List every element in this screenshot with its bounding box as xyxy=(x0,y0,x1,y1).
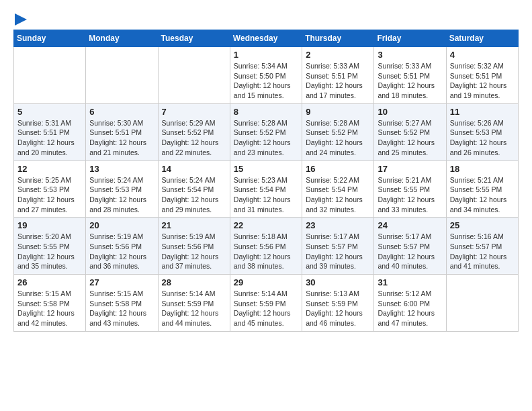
day-number: 17 xyxy=(378,164,442,174)
day-number: 19 xyxy=(17,220,82,230)
day-info: Sunrise: 5:26 AM Sunset: 5:53 PM Dayligh… xyxy=(450,118,515,158)
day-number: 2 xyxy=(306,50,370,60)
svg-marker-0 xyxy=(15,13,27,26)
calendar-cell: 10Sunrise: 5:27 AM Sunset: 5:52 PM Dayli… xyxy=(374,103,446,161)
day-number: 26 xyxy=(17,277,82,287)
calendar-cell xyxy=(86,47,158,104)
day-info: Sunrise: 5:30 AM Sunset: 5:51 PM Dayligh… xyxy=(89,118,154,158)
calendar-cell: 22Sunrise: 5:18 AM Sunset: 5:56 PM Dayli… xyxy=(230,218,302,275)
calendar-cell: 27Sunrise: 5:15 AM Sunset: 5:58 PM Dayli… xyxy=(86,275,158,332)
calendar-cell: 17Sunrise: 5:21 AM Sunset: 5:55 PM Dayli… xyxy=(374,161,446,218)
day-number: 31 xyxy=(378,277,442,287)
day-info: Sunrise: 5:27 AM Sunset: 5:52 PM Dayligh… xyxy=(378,118,442,158)
day-number: 24 xyxy=(378,220,442,230)
day-number: 5 xyxy=(17,107,82,117)
day-info: Sunrise: 5:32 AM Sunset: 5:51 PM Dayligh… xyxy=(450,61,515,101)
day-info: Sunrise: 5:14 AM Sunset: 5:59 PM Dayligh… xyxy=(162,289,226,328)
day-info: Sunrise: 5:12 AM Sunset: 6:00 PM Dayligh… xyxy=(378,289,442,328)
calendar-cell: 14Sunrise: 5:24 AM Sunset: 5:54 PM Dayli… xyxy=(158,161,230,218)
calendar-cell: 13Sunrise: 5:24 AM Sunset: 5:53 PM Dayli… xyxy=(86,161,158,218)
day-number: 10 xyxy=(378,107,442,117)
calendar-cell: 1Sunrise: 5:34 AM Sunset: 5:50 PM Daylig… xyxy=(230,47,302,104)
calendar-cell: 30Sunrise: 5:13 AM Sunset: 5:59 PM Dayli… xyxy=(302,275,374,332)
calendar-cell: 18Sunrise: 5:21 AM Sunset: 5:55 PM Dayli… xyxy=(446,161,518,218)
weekday-header: Monday xyxy=(86,30,158,47)
weekday-header: Tuesday xyxy=(158,30,230,47)
day-info: Sunrise: 5:29 AM Sunset: 5:52 PM Dayligh… xyxy=(162,118,226,158)
day-info: Sunrise: 5:14 AM Sunset: 5:59 PM Dayligh… xyxy=(234,289,298,328)
calendar-cell: 31Sunrise: 5:12 AM Sunset: 6:00 PM Dayli… xyxy=(374,275,446,332)
calendar-cell: 8Sunrise: 5:28 AM Sunset: 5:52 PM Daylig… xyxy=(230,103,302,161)
day-info: Sunrise: 5:34 AM Sunset: 5:50 PM Dayligh… xyxy=(234,61,298,101)
day-number: 27 xyxy=(89,277,154,287)
calendar-week-row: 5Sunrise: 5:31 AM Sunset: 5:51 PM Daylig… xyxy=(14,103,519,161)
day-info: Sunrise: 5:17 AM Sunset: 5:57 PM Dayligh… xyxy=(378,232,442,271)
calendar-cell: 11Sunrise: 5:26 AM Sunset: 5:53 PM Dayli… xyxy=(446,103,518,161)
day-number: 29 xyxy=(234,277,298,287)
day-number: 25 xyxy=(450,220,515,230)
calendar-cell: 28Sunrise: 5:14 AM Sunset: 5:59 PM Dayli… xyxy=(158,275,230,332)
day-number: 14 xyxy=(162,164,226,174)
day-info: Sunrise: 5:21 AM Sunset: 5:55 PM Dayligh… xyxy=(378,175,442,215)
day-info: Sunrise: 5:13 AM Sunset: 5:59 PM Dayligh… xyxy=(306,289,370,328)
calendar-week-row: 12Sunrise: 5:25 AM Sunset: 5:53 PM Dayli… xyxy=(14,161,519,218)
day-number: 15 xyxy=(234,164,298,174)
day-number: 13 xyxy=(89,164,154,174)
calendar-cell: 26Sunrise: 5:15 AM Sunset: 5:58 PM Dayli… xyxy=(14,275,86,332)
weekday-header: Thursday xyxy=(302,30,374,47)
calendar-cell: 20Sunrise: 5:19 AM Sunset: 5:56 PM Dayli… xyxy=(86,218,158,275)
day-info: Sunrise: 5:21 AM Sunset: 5:55 PM Dayligh… xyxy=(450,175,515,215)
day-number: 8 xyxy=(234,107,298,117)
day-info: Sunrise: 5:25 AM Sunset: 5:53 PM Dayligh… xyxy=(17,175,82,215)
calendar-table: SundayMondayTuesdayWednesdayThursdayFrid… xyxy=(13,30,519,332)
day-number: 6 xyxy=(89,107,154,117)
logo xyxy=(13,13,27,23)
day-info: Sunrise: 5:28 AM Sunset: 5:52 PM Dayligh… xyxy=(234,118,298,158)
day-number: 11 xyxy=(450,107,515,117)
day-info: Sunrise: 5:28 AM Sunset: 5:52 PM Dayligh… xyxy=(306,118,370,158)
day-info: Sunrise: 5:24 AM Sunset: 5:53 PM Dayligh… xyxy=(89,175,154,215)
logo-bird-icon xyxy=(15,13,27,26)
weekday-header: Friday xyxy=(374,30,446,47)
day-number: 18 xyxy=(450,164,515,174)
day-number: 3 xyxy=(378,50,442,60)
day-info: Sunrise: 5:18 AM Sunset: 5:56 PM Dayligh… xyxy=(234,232,298,271)
day-info: Sunrise: 5:15 AM Sunset: 5:58 PM Dayligh… xyxy=(89,289,154,328)
day-number: 22 xyxy=(234,220,298,230)
weekday-header: Wednesday xyxy=(230,30,302,47)
calendar-cell: 3Sunrise: 5:33 AM Sunset: 5:51 PM Daylig… xyxy=(374,47,446,104)
day-number: 12 xyxy=(17,164,82,174)
day-number: 20 xyxy=(89,220,154,230)
calendar-week-row: 19Sunrise: 5:20 AM Sunset: 5:55 PM Dayli… xyxy=(14,218,519,275)
weekday-header: Sunday xyxy=(14,30,86,47)
calendar-cell: 4Sunrise: 5:32 AM Sunset: 5:51 PM Daylig… xyxy=(446,47,518,104)
day-number: 28 xyxy=(162,277,226,287)
day-info: Sunrise: 5:22 AM Sunset: 5:54 PM Dayligh… xyxy=(306,175,370,215)
day-info: Sunrise: 5:16 AM Sunset: 5:57 PM Dayligh… xyxy=(450,232,515,271)
calendar-cell: 24Sunrise: 5:17 AM Sunset: 5:57 PM Dayli… xyxy=(374,218,446,275)
day-number: 4 xyxy=(450,50,515,60)
day-number: 23 xyxy=(306,220,370,230)
calendar-cell: 29Sunrise: 5:14 AM Sunset: 5:59 PM Dayli… xyxy=(230,275,302,332)
calendar-cell: 9Sunrise: 5:28 AM Sunset: 5:52 PM Daylig… xyxy=(302,103,374,161)
calendar-cell: 7Sunrise: 5:29 AM Sunset: 5:52 PM Daylig… xyxy=(158,103,230,161)
calendar-cell: 23Sunrise: 5:17 AM Sunset: 5:57 PM Dayli… xyxy=(302,218,374,275)
day-info: Sunrise: 5:33 AM Sunset: 5:51 PM Dayligh… xyxy=(306,61,370,101)
day-info: Sunrise: 5:24 AM Sunset: 5:54 PM Dayligh… xyxy=(162,175,226,215)
calendar-cell xyxy=(158,47,230,104)
calendar-cell: 25Sunrise: 5:16 AM Sunset: 5:57 PM Dayli… xyxy=(446,218,518,275)
calendar-week-row: 1Sunrise: 5:34 AM Sunset: 5:50 PM Daylig… xyxy=(14,47,519,104)
day-number: 30 xyxy=(306,277,370,287)
weekday-header: Saturday xyxy=(446,30,518,47)
calendar-cell: 15Sunrise: 5:23 AM Sunset: 5:54 PM Dayli… xyxy=(230,161,302,218)
calendar-cell xyxy=(14,47,86,104)
day-number: 9 xyxy=(306,107,370,117)
calendar-week-row: 26Sunrise: 5:15 AM Sunset: 5:58 PM Dayli… xyxy=(14,275,519,332)
calendar-cell: 16Sunrise: 5:22 AM Sunset: 5:54 PM Dayli… xyxy=(302,161,374,218)
day-number: 16 xyxy=(306,164,370,174)
day-info: Sunrise: 5:23 AM Sunset: 5:54 PM Dayligh… xyxy=(234,175,298,215)
day-number: 1 xyxy=(234,50,298,60)
day-info: Sunrise: 5:15 AM Sunset: 5:58 PM Dayligh… xyxy=(17,289,82,328)
calendar-cell xyxy=(446,275,518,332)
page-header xyxy=(13,13,519,23)
